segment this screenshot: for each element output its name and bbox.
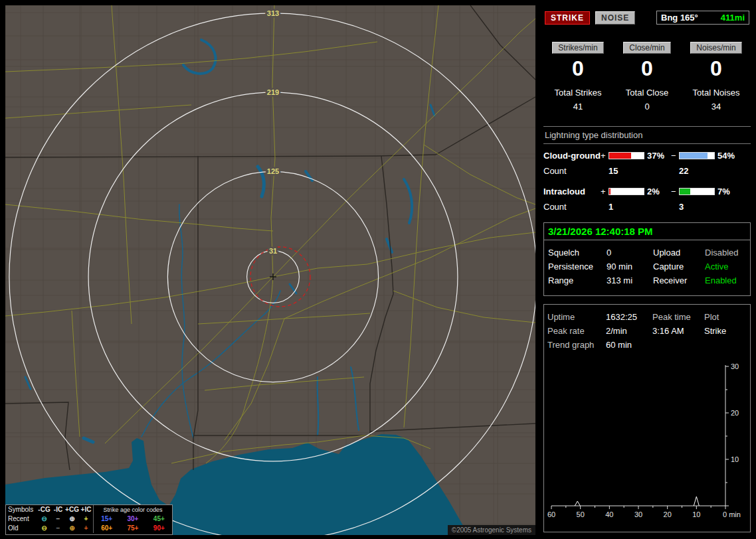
ring-label-125: 125 <box>267 167 279 175</box>
svg-text:30: 30 <box>731 362 739 370</box>
strikes-per-min-button[interactable]: Strikes/min <box>552 42 603 54</box>
noises-per-min-value: 0 <box>682 56 751 81</box>
ic-negative-count: 3 <box>679 202 715 212</box>
upload-label: Upload <box>653 248 705 258</box>
legend-recent-label: Recent <box>6 514 37 524</box>
ic-negative-pct: 7% <box>715 187 739 196</box>
total-noises-label: Total Noises <box>682 88 751 98</box>
peak-rate-value: 2/min <box>606 326 652 336</box>
recent-neg-cg-icon: ⊖ <box>37 514 51 524</box>
persistence-value: 90 min <box>607 262 653 271</box>
legend-symbols-header: Symbols <box>6 505 37 514</box>
status-row-range: Range 313 mi Receiver Enabled <box>548 273 746 287</box>
plot-label: Plot <box>704 312 747 322</box>
cg-negative-count: 22 <box>679 166 715 176</box>
minus-sign: − <box>671 151 679 161</box>
distribution-title: Lightning type distribution <box>543 127 751 144</box>
cg-positive-pct: 37% <box>644 151 671 161</box>
cg-positive-count: 15 <box>609 166 644 176</box>
trend-graph-label: Trend graph <box>547 340 606 350</box>
upload-value: Disabled <box>705 248 746 258</box>
strikes-per-min-value: 0 <box>543 56 613 81</box>
current-datetime: 3/21/2026 12:40:18 PM <box>544 223 750 240</box>
peak-time-value: 3:16 AM <box>652 326 704 336</box>
legend-old-row: Old ⊖ − ⊕ + 60+ 75+ 90+ <box>6 524 172 533</box>
intracloud-row: Intracloud + 2% − 7% <box>543 187 751 196</box>
noise-indicator-button[interactable]: NOISE <box>595 11 635 25</box>
cloud-ground-label: Cloud-ground <box>543 151 601 161</box>
age-15: 15+ <box>94 514 120 524</box>
copyright-text: ©2005 Astrogenic Systems <box>448 525 535 535</box>
cloud-ground-count-row: Count 15 22 <box>543 166 751 176</box>
minus-sign: − <box>671 187 679 196</box>
peak-rate-label: Peak rate <box>547 326 606 336</box>
receiver-value: Enabled <box>705 275 746 285</box>
cg-positive-bar <box>609 152 644 159</box>
squelch-value: 0 <box>607 248 653 258</box>
svg-text:40: 40 <box>605 510 613 518</box>
total-strikes-value: 41 <box>543 102 613 112</box>
svg-text:10: 10 <box>692 510 700 518</box>
status-panel: STRIKE NOISE Bng 165° 411mi Strikes/min … <box>543 5 751 534</box>
svg-text:20: 20 <box>731 409 739 417</box>
trend-graph-window: 60 min <box>606 340 652 350</box>
legend-col-neg-ic: -IC <box>51 505 65 514</box>
bearing-readout: Bng 165° 411mi <box>656 11 749 25</box>
legend-header-row: Symbols -CG -IC +CG +IC Strike age color… <box>6 505 172 514</box>
map-canvas[interactable]: 313 219 125 31 <box>5 5 535 535</box>
plus-sign: + <box>601 151 609 161</box>
total-strikes-label: Total Strikes <box>543 88 613 98</box>
total-values-row: 41 0 34 <box>543 102 751 112</box>
stats-row-2: Peak rate 2/min 3:16 AM Strike <box>547 324 747 338</box>
capture-label: Capture <box>653 262 705 271</box>
ic-positive-pct: 2% <box>644 187 671 196</box>
cg-negative-bar <box>679 152 715 159</box>
plus-sign: + <box>601 187 609 196</box>
svg-text:10: 10 <box>731 455 739 463</box>
status-box: 3/21/2026 12:40:18 PM Squelch 0 Upload D… <box>543 222 751 296</box>
capture-value: Active <box>705 262 746 271</box>
map-legend: Symbols -CG -IC +CG +IC Strike age color… <box>5 504 173 535</box>
recent-pos-cg-icon: ⊕ <box>65 514 79 524</box>
total-close-value: 0 <box>613 102 682 112</box>
rate-buttons-row: Strikes/min Close/min Noises/min <box>543 42 751 54</box>
peak-time-label: Peak time <box>652 312 704 322</box>
bearing-range: 411mi <box>721 13 745 23</box>
legend-col-pos-cg: +CG <box>65 505 79 514</box>
recent-neg-ic-icon: − <box>51 514 65 524</box>
status-row-squelch: Squelch 0 Upload Disabled <box>548 246 746 260</box>
total-labels-row: Total Strikes Total Close Total Noises <box>543 88 751 98</box>
recent-pos-ic-icon: + <box>79 514 93 524</box>
ring-label-219: 219 <box>267 88 279 96</box>
svg-text:50: 50 <box>577 510 585 518</box>
close-per-min-button[interactable]: Close/min <box>623 42 670 54</box>
total-close-label: Total Close <box>613 88 682 98</box>
ic-negative-bar <box>679 188 715 195</box>
svg-text:60: 60 <box>547 510 555 518</box>
receiver-label: Receiver <box>653 275 705 285</box>
persistence-label: Persistence <box>548 262 607 271</box>
age-30: 30+ <box>120 514 145 524</box>
indicator-row: STRIKE NOISE Bng 165° 411mi <box>545 11 749 25</box>
legend-col-neg-cg: -CG <box>37 505 51 514</box>
bearing-label: Bng 165° <box>661 13 698 23</box>
strike-indicator-button[interactable]: STRIKE <box>545 11 590 25</box>
old-pos-cg-icon: ⊕ <box>65 524 79 533</box>
svg-text:0 min: 0 min <box>723 510 741 518</box>
squelch-label: Squelch <box>548 248 607 258</box>
svg-text:20: 20 <box>664 510 672 518</box>
svg-text:30: 30 <box>634 510 642 518</box>
total-noises-value: 34 <box>682 102 751 112</box>
age-45: 45+ <box>146 514 172 524</box>
stats-row-3: Trend graph 60 min <box>547 338 747 352</box>
noises-per-min-button[interactable]: Noises/min <box>690 42 741 54</box>
plot-value: Strike <box>704 326 747 336</box>
range-label: Range <box>548 275 607 285</box>
legend-age-header: Strike age color codes <box>93 505 172 514</box>
legend-recent-row: Recent ⊖ − ⊕ + 15+ 30+ 45+ <box>6 514 172 524</box>
ic-positive-count: 1 <box>609 202 644 212</box>
old-neg-cg-icon: ⊖ <box>37 524 51 533</box>
lightning-map[interactable]: 313 219 125 31 Symbols -CG -IC +CG +IC S… <box>5 5 535 535</box>
ring-label-31: 31 <box>269 247 277 255</box>
cloud-ground-row: Cloud-ground + 37% − 54% <box>543 151 751 161</box>
